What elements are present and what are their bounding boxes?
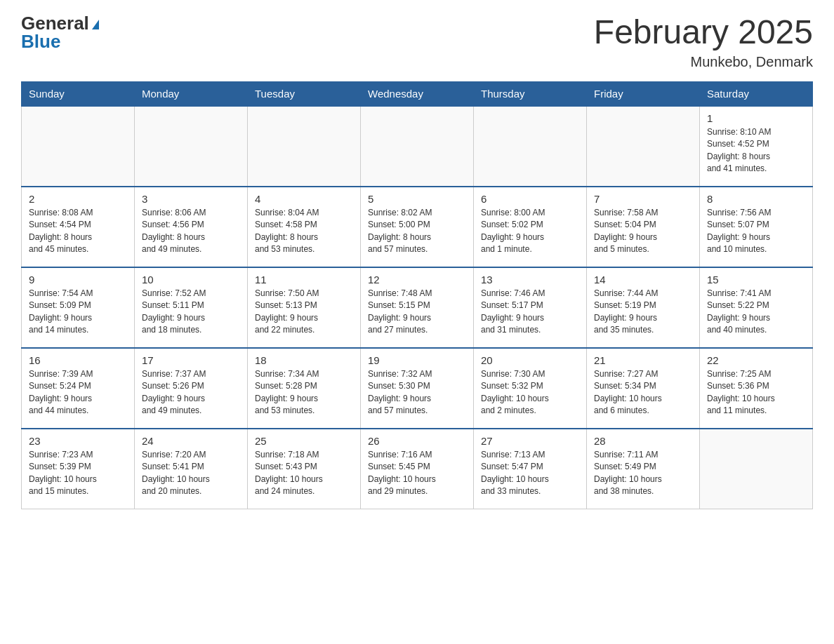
calendar-cell: 24Sunrise: 7:20 AM Sunset: 5:41 PM Dayli… [135,429,248,509]
calendar-cell: 13Sunrise: 7:46 AM Sunset: 5:17 PM Dayli… [474,267,587,348]
month-title: February 2025 [594,14,813,51]
calendar-cell: 11Sunrise: 7:50 AM Sunset: 5:13 PM Dayli… [248,267,361,348]
day-info: Sunrise: 7:37 AM Sunset: 5:26 PM Dayligh… [142,368,240,417]
logo-arrow-icon [92,20,99,29]
day-info: Sunrise: 8:00 AM Sunset: 5:02 PM Dayligh… [481,207,579,256]
calendar-cell: 8Sunrise: 7:56 AM Sunset: 5:07 PM Daylig… [700,187,813,267]
day-number: 12 [368,274,466,286]
day-number: 18 [255,354,353,366]
day-info: Sunrise: 8:04 AM Sunset: 4:58 PM Dayligh… [255,207,353,256]
day-number: 5 [368,193,466,205]
day-number: 26 [368,435,466,447]
day-number: 19 [368,354,466,366]
day-number: 7 [594,193,692,205]
day-number: 10 [142,274,240,286]
day-info: Sunrise: 8:10 AM Sunset: 4:52 PM Dayligh… [707,126,805,175]
calendar-cell: 27Sunrise: 7:13 AM Sunset: 5:47 PM Dayli… [474,429,587,509]
calendar-cell: 10Sunrise: 7:52 AM Sunset: 5:11 PM Dayli… [135,267,248,348]
calendar-cell: 25Sunrise: 7:18 AM Sunset: 5:43 PM Dayli… [248,429,361,509]
week-row-4: 16Sunrise: 7:39 AM Sunset: 5:24 PM Dayli… [22,348,813,429]
day-info: Sunrise: 7:13 AM Sunset: 5:47 PM Dayligh… [481,449,579,498]
day-number: 4 [255,193,353,205]
calendar-cell [135,106,248,187]
day-number: 3 [142,193,240,205]
calendar-cell: 12Sunrise: 7:48 AM Sunset: 5:15 PM Dayli… [361,267,474,348]
calendar-cell [587,106,700,187]
calendar-cell: 2Sunrise: 8:08 AM Sunset: 4:54 PM Daylig… [22,187,135,267]
calendar-cell: 28Sunrise: 7:11 AM Sunset: 5:49 PM Dayli… [587,429,700,509]
day-number: 28 [594,435,692,447]
calendar-cell [248,106,361,187]
day-info: Sunrise: 7:25 AM Sunset: 5:36 PM Dayligh… [707,368,805,417]
calendar-cell: 23Sunrise: 7:23 AM Sunset: 5:39 PM Dayli… [22,429,135,509]
day-info: Sunrise: 7:11 AM Sunset: 5:49 PM Dayligh… [594,449,692,498]
calendar-cell: 21Sunrise: 7:27 AM Sunset: 5:34 PM Dayli… [587,348,700,429]
page-header: General Blue February 2025 Munkebo, Denm… [21,14,813,70]
week-row-3: 9Sunrise: 7:54 AM Sunset: 5:09 PM Daylig… [22,267,813,348]
logo-general-text: General [21,14,89,32]
day-info: Sunrise: 7:20 AM Sunset: 5:41 PM Dayligh… [142,449,240,498]
day-info: Sunrise: 7:54 AM Sunset: 5:09 PM Dayligh… [29,288,127,337]
day-number: 21 [594,354,692,366]
calendar-cell: 6Sunrise: 8:00 AM Sunset: 5:02 PM Daylig… [474,187,587,267]
week-row-2: 2Sunrise: 8:08 AM Sunset: 4:54 PM Daylig… [22,187,813,267]
week-row-1: 1Sunrise: 8:10 AM Sunset: 4:52 PM Daylig… [22,106,813,187]
location: Munkebo, Denmark [594,54,813,70]
week-row-5: 23Sunrise: 7:23 AM Sunset: 5:39 PM Dayli… [22,429,813,509]
day-info: Sunrise: 8:02 AM Sunset: 5:00 PM Dayligh… [368,207,466,256]
logo: General Blue [21,14,99,51]
calendar-cell: 16Sunrise: 7:39 AM Sunset: 5:24 PM Dayli… [22,348,135,429]
calendar-cell [474,106,587,187]
logo-blue-text: Blue [21,32,60,51]
day-number: 6 [481,193,579,205]
day-number: 16 [29,354,127,366]
calendar-table: SundayMondayTuesdayWednesdayThursdayFrid… [21,81,813,510]
calendar-cell: 18Sunrise: 7:34 AM Sunset: 5:28 PM Dayli… [248,348,361,429]
day-header-sunday: Sunday [22,81,135,106]
day-header-monday: Monday [135,81,248,106]
calendar-cell: 26Sunrise: 7:16 AM Sunset: 5:45 PM Dayli… [361,429,474,509]
day-number: 14 [594,274,692,286]
day-number: 17 [142,354,240,366]
day-info: Sunrise: 7:18 AM Sunset: 5:43 PM Dayligh… [255,449,353,498]
day-number: 27 [481,435,579,447]
day-number: 20 [481,354,579,366]
day-info: Sunrise: 7:41 AM Sunset: 5:22 PM Dayligh… [707,288,805,337]
day-info: Sunrise: 7:32 AM Sunset: 5:30 PM Dayligh… [368,368,466,417]
day-header-wednesday: Wednesday [361,81,474,106]
calendar-cell: 17Sunrise: 7:37 AM Sunset: 5:26 PM Dayli… [135,348,248,429]
title-section: February 2025 Munkebo, Denmark [594,14,813,70]
day-header-saturday: Saturday [700,81,813,106]
day-info: Sunrise: 7:16 AM Sunset: 5:45 PM Dayligh… [368,449,466,498]
day-number: 15 [707,274,805,286]
day-info: Sunrise: 7:23 AM Sunset: 5:39 PM Dayligh… [29,449,127,498]
day-headers-row: SundayMondayTuesdayWednesdayThursdayFrid… [22,81,813,106]
calendar-cell [700,429,813,509]
day-info: Sunrise: 7:27 AM Sunset: 5:34 PM Dayligh… [594,368,692,417]
calendar-cell: 7Sunrise: 7:58 AM Sunset: 5:04 PM Daylig… [587,187,700,267]
day-info: Sunrise: 8:06 AM Sunset: 4:56 PM Dayligh… [142,207,240,256]
day-info: Sunrise: 7:34 AM Sunset: 5:28 PM Dayligh… [255,368,353,417]
calendar-cell: 15Sunrise: 7:41 AM Sunset: 5:22 PM Dayli… [700,267,813,348]
day-info: Sunrise: 7:58 AM Sunset: 5:04 PM Dayligh… [594,207,692,256]
day-info: Sunrise: 7:46 AM Sunset: 5:17 PM Dayligh… [481,288,579,337]
day-info: Sunrise: 7:52 AM Sunset: 5:11 PM Dayligh… [142,288,240,337]
day-number: 2 [29,193,127,205]
calendar-cell [22,106,135,187]
day-number: 8 [707,193,805,205]
calendar-cell: 4Sunrise: 8:04 AM Sunset: 4:58 PM Daylig… [248,187,361,267]
calendar-cell: 20Sunrise: 7:30 AM Sunset: 5:32 PM Dayli… [474,348,587,429]
day-number: 11 [255,274,353,286]
day-header-friday: Friday [587,81,700,106]
day-number: 23 [29,435,127,447]
day-info: Sunrise: 7:30 AM Sunset: 5:32 PM Dayligh… [481,368,579,417]
day-info: Sunrise: 7:48 AM Sunset: 5:15 PM Dayligh… [368,288,466,337]
day-header-tuesday: Tuesday [248,81,361,106]
calendar-cell: 19Sunrise: 7:32 AM Sunset: 5:30 PM Dayli… [361,348,474,429]
day-info: Sunrise: 7:56 AM Sunset: 5:07 PM Dayligh… [707,207,805,256]
day-number: 22 [707,354,805,366]
calendar-cell: 14Sunrise: 7:44 AM Sunset: 5:19 PM Dayli… [587,267,700,348]
calendar-cell: 22Sunrise: 7:25 AM Sunset: 5:36 PM Dayli… [700,348,813,429]
day-number: 1 [707,112,805,124]
day-info: Sunrise: 7:44 AM Sunset: 5:19 PM Dayligh… [594,288,692,337]
